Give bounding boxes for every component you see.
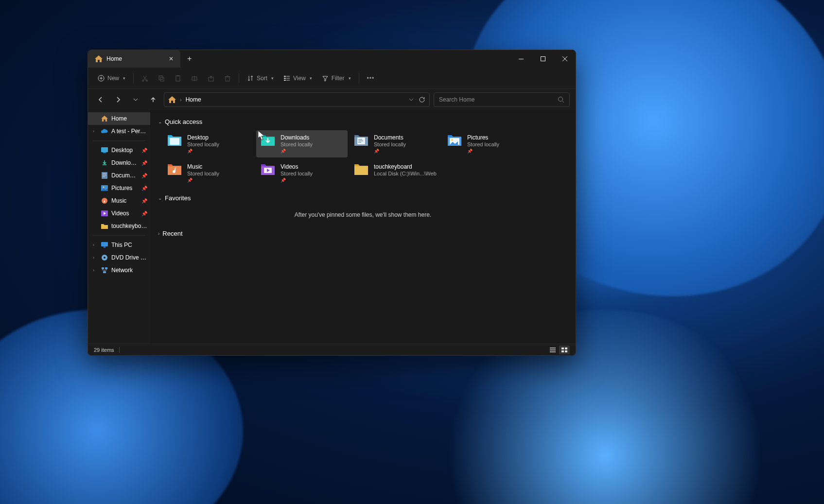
search-input[interactable] xyxy=(439,96,558,103)
sidebar-item-home[interactable]: Home xyxy=(88,112,150,125)
sidebar-item-onedrive[interactable]: › A test - Personal xyxy=(88,125,150,138)
svg-point-42 xyxy=(451,139,453,141)
view-button[interactable]: View ▾ xyxy=(280,70,316,86)
rename-icon xyxy=(191,75,198,82)
sidebar-item-dvd[interactable]: › DVD Drive (D:) CCCOMA_X64FRE_EN xyxy=(88,251,150,264)
sidebar-item-network[interactable]: › Network xyxy=(88,264,150,277)
tab-close-button[interactable]: ✕ xyxy=(167,54,175,63)
section-quick-access[interactable]: ⌄ Quick access xyxy=(158,118,568,125)
expand-icon[interactable]: › xyxy=(93,129,98,134)
svg-rect-44 xyxy=(550,348,556,348)
expand-icon[interactable]: › xyxy=(93,243,98,247)
section-recent[interactable]: › Recent xyxy=(158,230,568,237)
svg-rect-47 xyxy=(561,348,564,349)
arrow-left-icon xyxy=(97,96,104,103)
minimize-icon xyxy=(519,59,524,59)
section-favorites[interactable]: ⌄ Favorites xyxy=(158,194,568,202)
close-button[interactable] xyxy=(554,51,576,67)
quick-access-item[interactable]: Desktop Stored locally 📌 xyxy=(163,130,254,157)
cut-button[interactable] xyxy=(138,70,152,86)
svg-rect-8 xyxy=(177,75,179,76)
svg-rect-40 xyxy=(358,142,361,143)
svg-rect-22 xyxy=(103,174,106,174)
item-subtitle: Stored locally xyxy=(467,141,499,147)
quick-access-item[interactable]: Downloads Stored locally 📌 xyxy=(256,130,348,157)
sidebar-item-desktop[interactable]: Desktop 📌 xyxy=(88,144,150,156)
sidebar-item-pictures[interactable]: Pictures 📌 xyxy=(88,182,150,194)
share-button[interactable] xyxy=(204,70,218,86)
quick-access-item[interactable]: Documents Stored locally 📌 xyxy=(350,130,441,157)
separator xyxy=(93,235,145,236)
sidebar-item-music[interactable]: Music 📌 xyxy=(88,194,150,207)
grid-icon xyxy=(561,348,567,352)
separator xyxy=(359,73,359,83)
quick-access-item[interactable]: Videos Stored locally 📌 xyxy=(256,159,348,187)
filter-button[interactable]: Filter ▾ xyxy=(318,70,355,86)
paste-icon xyxy=(175,75,181,82)
svg-rect-34 xyxy=(105,267,107,269)
folder-icon xyxy=(447,134,462,147)
home-icon xyxy=(95,55,103,62)
chevron-down-icon xyxy=(133,98,138,101)
item-name: touchkeyboard xyxy=(374,163,437,170)
search-icon xyxy=(558,96,564,103)
forward-button[interactable] xyxy=(111,93,125,106)
tiles-view-button[interactable] xyxy=(559,346,570,354)
pin-icon: 📌 xyxy=(141,211,147,216)
search-box[interactable] xyxy=(434,92,570,107)
quick-access-item[interactable]: Music Stored locally 📌 xyxy=(163,159,254,187)
svg-rect-0 xyxy=(519,59,524,59)
toolbar: New ▾ Sort ▾ View ▾ Filter ▾ ••• xyxy=(88,68,576,89)
expand-icon[interactable]: › xyxy=(93,268,98,273)
svg-rect-7 xyxy=(176,76,180,81)
window-controls xyxy=(510,51,576,67)
svg-rect-36 xyxy=(170,138,179,145)
music-icon xyxy=(101,197,108,205)
sidebar-item-documents[interactable]: Documents 📌 xyxy=(88,169,150,182)
delete-button[interactable] xyxy=(220,70,235,86)
svg-rect-24 xyxy=(103,176,105,177)
back-button[interactable] xyxy=(94,93,107,106)
quick-access-item[interactable]: touchkeyboard Local Disk (C:)\Win...\Web xyxy=(350,159,441,187)
sort-button[interactable]: Sort ▾ xyxy=(243,70,278,86)
recent-locations-button[interactable] xyxy=(129,93,142,106)
separator xyxy=(119,347,120,353)
tab-home[interactable]: Home ✕ xyxy=(88,50,180,68)
rename-button[interactable] xyxy=(187,70,202,86)
svg-rect-33 xyxy=(102,267,104,269)
up-button[interactable] xyxy=(146,93,160,106)
favorites-empty-message: After you've pinned some files, we'll sh… xyxy=(158,211,568,218)
sidebar-item-downloads[interactable]: Downloads 📌 xyxy=(88,156,150,169)
cut-icon xyxy=(141,75,148,82)
section-title: Recent xyxy=(162,230,182,237)
pin-icon: 📌 xyxy=(187,149,219,154)
sidebar-item-videos[interactable]: Videos 📌 xyxy=(88,207,150,220)
new-tab-button[interactable]: + xyxy=(180,54,198,63)
sidebar-item-label: Videos xyxy=(111,210,139,217)
new-button[interactable]: New ▾ xyxy=(94,70,129,86)
maximize-button[interactable] xyxy=(532,51,554,67)
document-icon xyxy=(101,172,108,179)
details-view-button[interactable] xyxy=(547,346,558,354)
expand-icon[interactable]: › xyxy=(93,255,98,260)
sidebar-item-label: Home xyxy=(111,115,147,122)
refresh-icon[interactable] xyxy=(419,96,425,103)
more-button[interactable]: ••• xyxy=(363,70,379,86)
sidebar-item-touchkeyboard[interactable]: touchkeyboard xyxy=(88,220,150,232)
svg-rect-11 xyxy=(226,77,229,81)
titlebar: Home ✕ + xyxy=(88,50,576,68)
minimize-button[interactable] xyxy=(510,51,532,67)
quick-access-item[interactable]: Pictures Stored locally 📌 xyxy=(443,130,534,157)
svg-rect-46 xyxy=(550,351,556,352)
svg-point-26 xyxy=(103,187,105,188)
copy-button[interactable] xyxy=(154,70,169,86)
svg-rect-30 xyxy=(104,246,105,248)
svg-rect-35 xyxy=(103,271,106,273)
paste-button[interactable] xyxy=(171,70,185,86)
breadcrumb-location[interactable]: Home xyxy=(186,96,201,103)
address-bar[interactable]: › Home xyxy=(164,92,430,107)
sidebar-item-label: Desktop xyxy=(111,147,139,154)
chevron-down-icon[interactable] xyxy=(409,98,414,101)
sidebar-item-thispc[interactable]: › This PC xyxy=(88,239,150,251)
pc-icon xyxy=(101,241,108,249)
